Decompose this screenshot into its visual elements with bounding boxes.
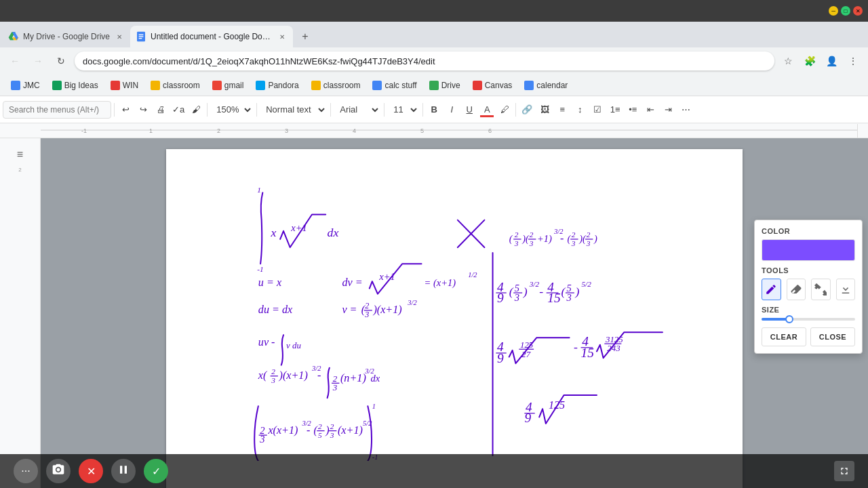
bookmark-classroom2[interactable]: classroom [306, 79, 366, 92]
camera-button[interactable] [46, 459, 71, 483]
bookmark-pandora[interactable]: Pandora [250, 79, 304, 92]
svg-text:x: x [270, 226, 276, 239]
svg-text:27: 27 [521, 349, 530, 359]
svg-text:243: 243 [607, 343, 620, 353]
size-slider-thumb [785, 315, 793, 323]
svg-text:3: 3 [571, 239, 576, 247]
svg-text:3: 3 [586, 239, 591, 247]
svg-text:9: 9 [524, 411, 531, 425]
increase-indent-button[interactable]: ⇥ [660, 101, 676, 119]
svg-text:3: 3 [566, 292, 572, 303]
bookmark-calendar[interactable]: calendar [519, 79, 573, 92]
pen-tool-button[interactable] [762, 279, 781, 300]
sidebar-outline-icon[interactable]: ≡ [9, 144, 31, 165]
back-button[interactable]: ← [5, 52, 24, 70]
clear-button[interactable]: CLEAR [762, 327, 806, 346]
font-select[interactable]: Arial [334, 101, 381, 119]
close-panel-button[interactable]: CLOSE [810, 327, 855, 346]
undo-button[interactable]: ↩ [117, 101, 134, 119]
bookmark-classroom1[interactable]: classroom [145, 79, 205, 92]
italic-button[interactable]: I [443, 101, 460, 119]
svg-text:): ) [593, 233, 597, 245]
decrease-indent-button[interactable]: ⇤ [642, 101, 658, 119]
svg-text:4: 4 [353, 127, 356, 134]
minimize-button[interactable]: ─ [829, 6, 838, 16]
svg-text:2: 2 [318, 422, 322, 430]
svg-text:9: 9 [497, 351, 504, 365]
forward-button[interactable]: → [28, 52, 47, 70]
svg-text:3: 3 [529, 239, 534, 247]
style-select[interactable]: Normal text [260, 101, 328, 119]
eraser-tool-button[interactable] [787, 279, 806, 300]
expand-button[interactable] [834, 461, 854, 481]
tab-drive-close[interactable]: ✕ [114, 31, 125, 42]
tab-drive[interactable]: My Drive - Google Drive ✕ [3, 26, 130, 47]
title-bar: ─ □ ✕ [0, 0, 868, 22]
bookmark-drive[interactable]: Drive [424, 79, 466, 92]
pause-button[interactable] [111, 459, 136, 483]
bookmark-win[interactable]: WIN [105, 79, 144, 92]
print-button[interactable]: 🖨 [153, 101, 169, 119]
done-button[interactable]: ✓ [144, 459, 168, 483]
bookmark-icon[interactable]: ☆ [778, 52, 797, 70]
extension-icon[interactable]: 🧩 [800, 52, 819, 70]
drive-favicon-icon [8, 31, 19, 42]
color-swatch-purple[interactable] [762, 239, 855, 261]
toolbar-separator-5 [384, 103, 384, 117]
link-button[interactable]: 🔗 [519, 101, 535, 119]
tab-docs-close[interactable]: ✕ [277, 31, 288, 42]
menu-dots-button[interactable]: ··· [14, 459, 38, 483]
tab-docs[interactable]: Untitled document - Google Doc... ✕ [130, 26, 293, 47]
bulletlist-button[interactable]: •≡ [625, 101, 641, 119]
svg-text:): ) [575, 285, 580, 298]
tab-docs-title: Untitled document - Google Doc... [151, 32, 273, 41]
bold-button[interactable]: B [426, 101, 442, 119]
profile-icon[interactable]: 👤 [822, 52, 841, 70]
bookmark-jmc[interactable]: JMC [5, 79, 45, 92]
paint-format-button[interactable]: 🖌 [188, 101, 204, 119]
toolbar-separator-6 [422, 103, 423, 117]
highlight-button[interactable]: 🖊 [496, 101, 513, 119]
window-controls: ─ □ ✕ [829, 6, 863, 16]
svg-text:): ) [325, 424, 329, 436]
bookmark-calcstuff[interactable]: calc stuff [367, 79, 422, 92]
address-input[interactable] [75, 52, 774, 70]
bookmark-gmail[interactable]: gmail [207, 79, 250, 92]
svg-text:uv -: uv - [258, 336, 275, 348]
zoom-select[interactable]: 150% [210, 101, 254, 119]
camera-icon [52, 463, 65, 479]
redo-button[interactable]: ↪ [135, 101, 151, 119]
image-button[interactable]: 🖼 [536, 101, 553, 119]
reload-button[interactable]: ↻ [52, 52, 71, 70]
underline-button[interactable]: U [461, 101, 477, 119]
spellcheck-button[interactable]: ✓a [170, 101, 186, 119]
fontsize-select[interactable]: 11 [387, 101, 420, 119]
checklist-button[interactable]: ☑ [589, 101, 606, 119]
text-color-button[interactable]: A [479, 101, 495, 119]
svg-rect-3 [139, 38, 142, 39]
bookmark-bigideas[interactable]: Big Ideas [47, 79, 104, 92]
doc-content[interactable]: .hw { fill:none; stroke:#5500cc; stroke-… [41, 138, 868, 488]
bookmark-canvas[interactable]: Canvas [467, 79, 518, 92]
svg-text:2: 2 [515, 230, 519, 239]
bookmark-win-icon [111, 81, 120, 90]
svg-text:15: 15 [547, 291, 561, 305]
maximize-button[interactable]: □ [841, 6, 850, 16]
download-tool-button[interactable] [836, 279, 856, 300]
new-tab-button[interactable]: + [296, 27, 315, 46]
svg-text:-1: -1 [81, 127, 87, 134]
stop-button[interactable]: ✕ [79, 459, 103, 483]
line-spacing-button[interactable]: ↕ [572, 101, 588, 119]
toolbar-search-input[interactable] [3, 101, 111, 119]
bookmark-gmail-icon [212, 81, 222, 90]
menu-icon[interactable]: ⋮ [844, 52, 863, 70]
more-options-button[interactable]: ⋯ [677, 101, 694, 119]
svg-text:x(: x( [258, 369, 268, 382]
align-button[interactable]: ≡ [554, 101, 570, 119]
numberedlist-button[interactable]: 1≡ [607, 101, 623, 119]
stop-icon: ✕ [87, 465, 96, 478]
bookmark-drive-icon [429, 81, 439, 90]
select-tool-button[interactable] [811, 279, 831, 300]
close-button[interactable]: ✕ [853, 6, 863, 16]
color-swatch-container [762, 239, 855, 261]
